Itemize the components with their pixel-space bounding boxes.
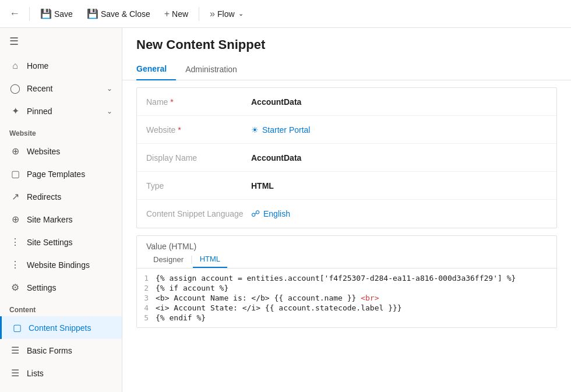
- form-row-type: Type HTML: [137, 172, 556, 200]
- flow-button[interactable]: » Flow ⌄: [204, 5, 249, 23]
- recent-chevron-icon: ⌄: [107, 84, 112, 93]
- code-line: 4<i> Account State: </i> {{ account.stat…: [137, 303, 556, 313]
- form-row-language: Content Snippet Language ☍ English: [137, 200, 556, 228]
- tab-administration[interactable]: Administration: [176, 59, 246, 80]
- tab-html[interactable]: HTML: [193, 251, 227, 268]
- page-title: New Content Snippet: [136, 37, 557, 52]
- code-area: 1{% assign account = entities.account['f…: [137, 269, 556, 327]
- settings-icon: ⚙: [9, 282, 21, 293]
- language-icon: ☍: [251, 209, 260, 219]
- sidebar-item-shortcuts[interactable]: ↗ Shortcuts: [0, 384, 122, 392]
- sidebar-item-settings[interactable]: ⚙ Settings: [0, 276, 122, 299]
- website-value[interactable]: ☀ Starter Portal: [251, 125, 547, 135]
- form-row-website: Website * ☀ Starter Portal: [137, 116, 556, 144]
- flow-icon: »: [210, 9, 215, 19]
- websites-icon: ⊕: [9, 146, 21, 157]
- website-required: *: [178, 125, 181, 135]
- sidebar-item-pinned[interactable]: ✦ Pinned ⌄: [0, 100, 122, 122]
- save-close-icon: 💾: [87, 8, 98, 19]
- website-label: Website *: [146, 125, 251, 135]
- value-header: Value (HTML): [137, 236, 556, 251]
- website-bindings-icon: ⋮: [9, 259, 21, 270]
- form-area: Name * AccountData Website * ☀ Starter P…: [122, 80, 571, 392]
- value-tab-bar: Designer | HTML: [137, 251, 556, 269]
- content-snippets-icon: ▢: [11, 322, 23, 333]
- content-section-label: Content: [0, 299, 122, 316]
- main-layout: ☰ ⌂ Home ◯ Recent ⌄ ✦ Pinned ⌄ Website ⊕…: [0, 28, 571, 392]
- name-required: *: [170, 97, 173, 107]
- home-icon: ⌂: [9, 61, 21, 71]
- website-section-label: Website: [0, 122, 122, 140]
- page-header: New Content Snippet: [122, 28, 571, 59]
- code-line: 5{% endif %}: [137, 313, 556, 323]
- site-settings-icon: ⋮: [9, 236, 21, 248]
- form-row-display-name: Display Name AccountData: [137, 144, 556, 172]
- sidebar-item-redirects[interactable]: ↗ Redirects: [0, 185, 122, 208]
- display-name-value: AccountData: [251, 153, 547, 163]
- display-name-label: Display Name: [146, 153, 251, 163]
- code-line: 1{% assign account = entities.account['f…: [137, 273, 556, 283]
- name-value: AccountData: [251, 97, 547, 107]
- recent-icon: ◯: [9, 83, 21, 94]
- content-area: New Content Snippet General Administrati…: [122, 28, 571, 392]
- toolbar-divider-2: [199, 7, 199, 21]
- form-row-name: Name * AccountData: [137, 88, 556, 116]
- sidebar-item-lists[interactable]: ☰ Lists: [0, 362, 122, 384]
- redirects-icon: ↗: [9, 191, 21, 202]
- tab-general[interactable]: General: [136, 59, 176, 80]
- language-label: Content Snippet Language: [146, 209, 251, 218]
- line-code: <b> Account Name is: </b> {{ account.nam…: [156, 294, 556, 302]
- line-number: 4: [137, 303, 156, 312]
- line-number: 3: [137, 294, 156, 302]
- name-label: Name *: [146, 97, 251, 107]
- line-code: <i> Account State: </i> {{ account.state…: [156, 303, 556, 312]
- sidebar-item-content-snippets[interactable]: ▢ Content Snippets: [0, 316, 122, 339]
- back-icon: ←: [9, 8, 20, 20]
- toolbar: ← 💾 Save 💾 Save & Close + New » Flow ⌄: [0, 0, 571, 28]
- form-section: Name * AccountData Website * ☀ Starter P…: [136, 87, 557, 228]
- type-value: HTML: [251, 181, 547, 190]
- sidebar-item-website-bindings[interactable]: ⋮ Website Bindings: [0, 253, 122, 276]
- line-code: {% assign account = entities.account['f4…: [156, 274, 556, 282]
- page-templates-icon: ▢: [9, 168, 21, 179]
- sidebar: ☰ ⌂ Home ◯ Recent ⌄ ✦ Pinned ⌄ Website ⊕…: [0, 28, 122, 392]
- line-code: {% if account %}: [156, 284, 556, 292]
- code-line: 2{% if account %}: [137, 283, 556, 293]
- type-label: Type: [146, 181, 251, 190]
- tab-designer[interactable]: Designer: [146, 251, 191, 268]
- pinned-chevron-icon: ⌄: [107, 107, 112, 115]
- tab-bar: General Administration: [122, 59, 571, 80]
- save-button[interactable]: 💾 Save: [34, 5, 79, 23]
- site-markers-icon: ⊕: [9, 214, 21, 225]
- sidebar-menu-button[interactable]: ☰: [0, 28, 122, 55]
- value-section: Value (HTML) Designer | HTML 1{% assign …: [136, 235, 557, 328]
- save-icon: 💾: [40, 8, 52, 19]
- line-number: 1: [137, 274, 156, 282]
- globe-icon: ☀: [251, 125, 259, 135]
- save-close-button[interactable]: 💾 Save & Close: [81, 5, 156, 23]
- sidebar-item-basic-forms[interactable]: ☰ Basic Forms: [0, 339, 122, 362]
- sidebar-item-home[interactable]: ⌂ Home: [0, 55, 122, 77]
- line-code: {% endif %}: [156, 313, 556, 322]
- sidebar-item-site-markers[interactable]: ⊕ Site Markers: [0, 208, 122, 231]
- sidebar-item-site-settings[interactable]: ⋮ Site Settings: [0, 231, 122, 253]
- sidebar-item-recent[interactable]: ◯ Recent ⌄: [0, 77, 122, 100]
- toolbar-divider-1: [29, 7, 30, 21]
- line-number: 5: [137, 313, 156, 322]
- new-icon: +: [164, 9, 170, 19]
- flow-chevron-icon: ⌄: [238, 10, 244, 17]
- sidebar-item-page-templates[interactable]: ▢ Page Templates: [0, 163, 122, 185]
- back-button[interactable]: ←: [5, 4, 24, 23]
- new-button[interactable]: + New: [158, 5, 194, 23]
- code-line: 3<b> Account Name is: </b> {{ account.na…: [137, 293, 556, 303]
- sidebar-item-websites[interactable]: ⊕ Websites: [0, 140, 122, 163]
- lists-icon: ☰: [9, 368, 21, 379]
- pinned-icon: ✦: [9, 105, 21, 116]
- language-value[interactable]: ☍ English: [251, 209, 547, 219]
- line-number: 2: [137, 284, 156, 292]
- basic-forms-icon: ☰: [9, 345, 21, 356]
